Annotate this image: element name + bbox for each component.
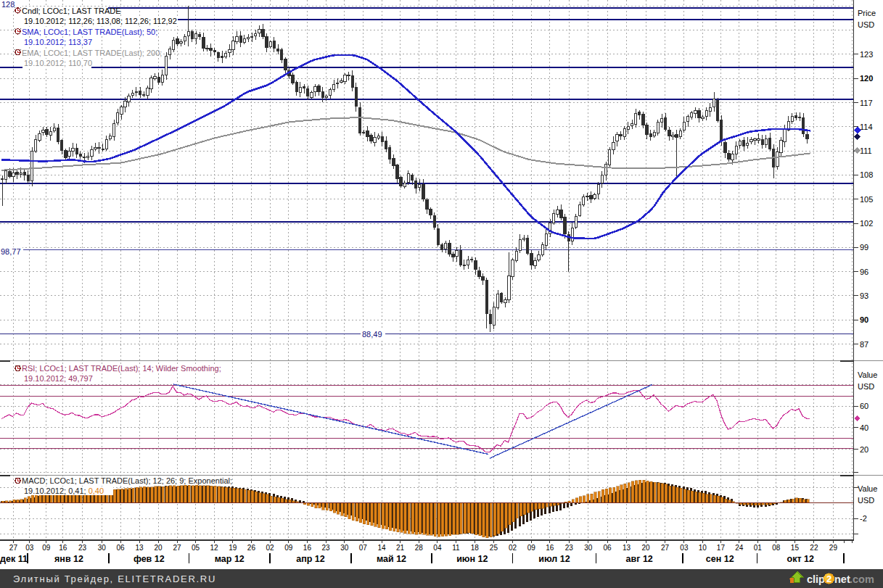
svg-text:23: 23 [565,544,574,552]
svg-text:30: 30 [584,544,593,552]
svg-text:май 12: май 12 [377,554,406,564]
svg-text:06: 06 [604,544,612,552]
svg-text:01: 01 [754,544,763,552]
svg-text:Value: Value [858,370,877,379]
svg-text:03: 03 [680,544,689,552]
svg-text:апр 12: апр 12 [296,554,325,564]
svg-text:60: 60 [860,402,868,410]
svg-text:25: 25 [490,544,498,552]
svg-text:14: 14 [377,544,386,552]
svg-text:USD: USD [858,496,874,505]
svg-text:09: 09 [527,544,536,552]
svg-text:08: 08 [772,544,781,552]
svg-text:сен 12: сен 12 [706,554,734,564]
svg-text:20: 20 [860,445,868,454]
svg-text:Cndl; LCOc1; LAST TRADE: Cndl; LCOc1; LAST TRADE [22,7,121,15]
svg-text:123: 123 [860,50,873,59]
svg-text:июн 12: июн 12 [456,554,488,564]
svg-text:30: 30 [98,544,107,552]
svg-text:96: 96 [860,268,868,276]
svg-text:20: 20 [154,544,163,552]
svg-text:фев 12: фев 12 [134,554,165,564]
svg-text:07: 07 [359,544,368,552]
svg-text:Price: Price [858,9,876,17]
svg-text:-2: -2 [860,514,867,523]
svg-text:окт 12: окт 12 [787,554,814,564]
svg-text:Элитный Трейдер, ELITETRADER.R: Элитный Трейдер, ELITETRADER.RU [13,573,216,584]
svg-text:19.10.2012; 49,797: 19.10.2012; 49,797 [24,374,93,383]
svg-text:99: 99 [860,243,868,252]
svg-text:120: 120 [860,74,873,83]
svg-text:EMA; LCOc1; LAST TRADE(Last);: EMA; LCOc1; LAST TRADE(Last); 200; [22,49,162,57]
svg-text:net: net [834,573,850,585]
svg-text:05: 05 [192,544,200,552]
svg-text:17: 17 [717,544,726,552]
svg-text:MACD; LCOc1; LAST TRADE(Last);: MACD; LCOc1; LAST TRADE(Last); 12; 26; 9… [22,476,232,485]
svg-text:16: 16 [59,544,67,552]
svg-text:RSI; LCOc1; LAST TRADE(Last);: RSI; LCOc1; LAST TRADE(Last); 14; Wilder… [22,364,221,373]
svg-text:98,77: 98,77 [1,247,21,256]
svg-text:03: 03 [25,544,34,552]
svg-text:04: 04 [433,544,442,552]
svg-text:24: 24 [735,544,744,552]
svg-text:28: 28 [415,544,424,552]
svg-text:мар 12: мар 12 [215,554,245,564]
svg-text:105: 105 [860,195,873,204]
svg-text:88,49: 88,49 [362,330,382,339]
svg-text:30: 30 [340,544,349,552]
svg-text:16: 16 [303,544,312,552]
svg-text:19: 19 [229,544,237,552]
svg-text:16: 16 [546,544,554,552]
svg-text:29: 29 [829,544,838,552]
svg-text:02: 02 [509,544,517,552]
svg-text:27: 27 [9,544,18,552]
svg-text:09: 09 [284,544,293,552]
svg-text:19.10.2012; 110,70: 19.10.2012; 110,70 [24,59,92,67]
svg-text:15: 15 [791,544,800,552]
svg-text:19.10.2012; 113,37: 19.10.2012; 113,37 [24,38,92,46]
svg-text:Value: Value [858,484,877,493]
svg-text:.com: .com [850,573,874,585]
svg-text:27: 27 [173,544,181,552]
svg-text:20: 20 [641,544,650,552]
svg-text:26: 26 [247,544,256,552]
svg-text:128: 128 [1,0,15,9]
svg-text:108: 108 [860,170,873,179]
svg-text:102: 102 [860,219,873,228]
svg-text:13: 13 [135,544,144,552]
svg-text:19.10.2012; 112,26; 113,08; 11: 19.10.2012; 112,26; 113,08; 112,26; 112,… [24,17,177,25]
svg-text:06: 06 [117,544,126,552]
svg-text:23: 23 [78,544,87,552]
svg-text:янв 12: янв 12 [54,554,83,564]
svg-text:22: 22 [810,544,818,552]
svg-text:clip: clip [807,573,825,585]
svg-text:USD: USD [858,20,874,29]
svg-text:июл 12: июл 12 [538,554,570,564]
svg-text:02: 02 [266,544,275,552]
svg-text:27: 27 [661,544,670,552]
svg-text:93: 93 [860,291,868,300]
svg-text:13: 13 [623,544,631,552]
svg-text:11: 11 [452,544,460,552]
svg-text:87: 87 [860,340,868,349]
svg-text:23: 23 [321,544,330,552]
svg-text:10: 10 [699,544,707,552]
svg-text:дек 11: дек 11 [0,554,28,564]
svg-text:SMA; LCOc1; LAST TRADE(Last);: SMA; LCOc1; LAST TRADE(Last); 50; [22,28,157,36]
svg-text:40: 40 [860,423,868,432]
svg-text:19.10.2012; 0,41; 0,40: 19.10.2012; 0,41; 0,40 [24,486,104,495]
svg-text:111: 111 [860,146,872,155]
svg-text:21: 21 [396,544,405,552]
svg-text:12: 12 [210,544,219,552]
svg-text:09: 09 [42,544,51,552]
svg-text:USD: USD [858,382,874,391]
svg-text:117: 117 [860,99,873,107]
svg-text:90: 90 [860,315,868,324]
svg-text:18: 18 [471,544,480,552]
svg-text:авг 12: авг 12 [626,554,653,564]
svg-text:114: 114 [860,123,873,131]
svg-text:2: 2 [826,573,831,584]
